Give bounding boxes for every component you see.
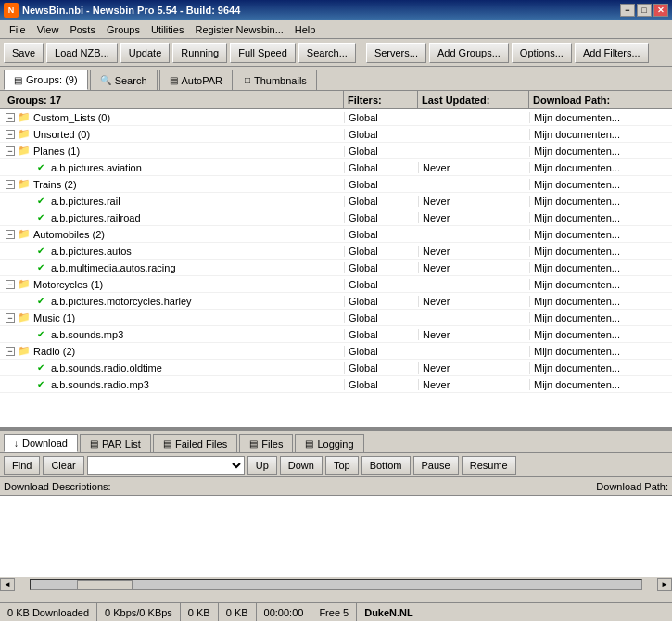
table-row[interactable]: − 📁 Music (1) Global Mijn documenten... — [0, 310, 672, 326]
groups-tree: − 📁 Custom_Lists (0) Global Mijn documen… — [0, 109, 672, 427]
save-button[interactable]: Save — [4, 43, 44, 63]
par-tab-label: PAR List — [102, 438, 141, 450]
active-icon: ✔ — [37, 362, 48, 374]
group-name-cell: ✔ a.b.pictures.aviation — [4, 162, 344, 173]
group-name-cell: − 📁 Automobiles (2) — [4, 228, 344, 240]
group-filters-cell: Global — [344, 112, 418, 123]
add-filters-button[interactable]: Add Filters... — [575, 43, 649, 63]
resume-button[interactable]: Resume — [462, 456, 516, 475]
servers-button[interactable]: Servers... — [366, 43, 426, 63]
active-icon: ✔ — [37, 296, 48, 307]
download-content — [0, 496, 672, 577]
tab-download[interactable]: ↓ Download — [4, 434, 78, 452]
status-downloaded: 0 KB Downloaded — [0, 603, 97, 621]
main-content: Groups: 17 Filters: Last Updated: Downlo… — [0, 91, 672, 429]
search-tab-label: Search — [115, 75, 147, 86]
autopar-tab-icon: ▤ — [170, 75, 178, 85]
full-speed-button[interactable]: Full Speed — [230, 43, 296, 63]
menu-groups[interactable]: Groups — [101, 22, 146, 37]
expand-icon[interactable]: − — [6, 130, 15, 139]
files-tab-label: Files — [261, 438, 283, 450]
bottom-panel: ↓ Download ▤ PAR List ▤ Failed Files ▤ F… — [0, 429, 672, 591]
col-header-filters: Filters: — [344, 91, 418, 108]
table-row[interactable]: ✔ a.b.pictures.rail Global Never Mijn do… — [0, 193, 672, 209]
expand-icon[interactable]: − — [6, 280, 15, 289]
tab-logging[interactable]: ▤ Logging — [295, 434, 363, 452]
table-row[interactable]: ✔ a.b.sounds.radio.mp3 Global Never Mijn… — [0, 376, 672, 393]
menu-file[interactable]: File — [4, 22, 32, 37]
down-button[interactable]: Down — [280, 456, 323, 475]
table-row[interactable]: − 📁 Motorcycles (1) Global Mijn document… — [0, 276, 672, 293]
tab-failed-files[interactable]: ▤ Failed Files — [153, 434, 237, 452]
menu-view[interactable]: View — [32, 22, 65, 37]
update-button[interactable]: Update — [120, 43, 170, 63]
active-icon: ✔ — [37, 262, 48, 273]
title-bar: N NewsBin.nbi - Newsbin Pro 5.54 - Build… — [0, 0, 672, 20]
clear-button[interactable]: Clear — [43, 456, 83, 475]
table-row[interactable]: − 📁 Planes (1) Global Mijn documenten... — [0, 143, 672, 159]
expand-icon[interactable]: − — [6, 347, 15, 356]
tab-par-list[interactable]: ▤ PAR List — [80, 434, 151, 452]
expand-icon[interactable]: − — [6, 313, 15, 323]
running-button[interactable]: Running — [172, 43, 227, 63]
expand-icon[interactable]: − — [6, 113, 15, 122]
search-tab-icon: 🔍 — [100, 75, 111, 85]
maximize-button[interactable]: □ — [637, 4, 652, 17]
expand-icon[interactable]: − — [6, 180, 15, 189]
minimize-button[interactable]: − — [620, 4, 635, 17]
tab-groups[interactable]: ▤ Groups: (9) — [4, 70, 88, 90]
column-headers: Groups: 17 Filters: Last Updated: Downlo… — [0, 91, 672, 109]
table-row[interactable]: − 📁 Custom_Lists (0) Global Mijn documen… — [0, 109, 672, 126]
close-button[interactable]: ✕ — [653, 4, 668, 17]
table-row[interactable]: ✔ a.b.multimedia.autos.racing Global Nev… — [0, 260, 672, 276]
group-name-cell: − 📁 Radio (2) — [4, 345, 344, 357]
groups-tab-icon: ▤ — [14, 75, 22, 85]
status-bar: 0 KB Downloaded 0 Kbps/0 KBps 0 KB 0 KB … — [0, 602, 672, 621]
scroll-left-button[interactable]: ◄ — [0, 578, 15, 591]
table-row[interactable]: − 📁 Automobiles (2) Global Mijn document… — [0, 226, 672, 243]
tab-thumbnails[interactable]: □ Thumbnails — [235, 70, 317, 90]
search-button[interactable]: Search... — [298, 43, 356, 63]
group-name-cell: − 📁 Planes (1) — [4, 145, 344, 157]
table-row[interactable]: ✔ a.b.sounds.mp3 Global Never Mijn docum… — [0, 326, 672, 343]
top-button[interactable]: Top — [325, 456, 359, 475]
up-button[interactable]: Up — [247, 456, 277, 475]
pause-button[interactable]: Pause — [413, 456, 459, 475]
active-icon: ✔ — [37, 196, 48, 207]
table-row[interactable]: ✔ a.b.pictures.aviation Global Never Mij… — [0, 159, 672, 176]
horizontal-scrollbar[interactable]: ◄ ► — [0, 577, 672, 591]
menu-utilities[interactable]: Utilities — [146, 22, 189, 37]
download-path-label: Download Path: — [596, 481, 668, 492]
table-row[interactable]: ✔ a.b.pictures.autos Global Never Mijn d… — [0, 243, 672, 260]
table-row[interactable]: − 📁 Unsorted (0) Global Mijn documenten.… — [0, 126, 672, 143]
folder-icon: 📁 — [18, 128, 31, 140]
scroll-right-button[interactable]: ► — [657, 578, 672, 591]
title-controls[interactable]: − □ ✕ — [620, 4, 668, 17]
table-row[interactable]: ✔ a.b.sounds.radio.oldtime Global Never … — [0, 360, 672, 376]
add-groups-button[interactable]: Add Groups... — [429, 43, 509, 63]
scroll-track[interactable] — [30, 579, 642, 590]
expand-icon[interactable]: − — [6, 230, 15, 239]
expand-icon[interactable]: − — [6, 146, 15, 156]
col-header-download-path: Download Path: — [529, 91, 668, 108]
toolbar-separator — [361, 44, 361, 62]
tab-autopar[interactable]: ▤ AutoPAR — [159, 70, 233, 90]
table-row[interactable]: ✔ a.b.pictures.railroad Global Never Mij… — [0, 209, 672, 226]
table-row[interactable]: − 📁 Trains (2) Global Mijn documenten... — [0, 176, 672, 193]
tab-files[interactable]: ▤ Files — [239, 434, 293, 452]
main-toolbar: Save Load NZB... Update Running Full Spe… — [0, 39, 672, 67]
menu-posts[interactable]: Posts — [64, 22, 101, 37]
find-button[interactable]: Find — [4, 456, 40, 475]
table-row[interactable]: − 📁 Radio (2) Global Mijn documenten... — [0, 343, 672, 360]
tab-search[interactable]: 🔍 Search — [90, 70, 158, 90]
menu-register[interactable]: Register Newsbin... — [189, 22, 288, 37]
menu-bar: File View Posts Groups Utilities Registe… — [0, 20, 672, 39]
load-nzb-button[interactable]: Load NZB... — [46, 43, 118, 63]
scroll-thumb[interactable] — [77, 580, 133, 589]
options-button[interactable]: Options... — [512, 43, 572, 63]
menu-help[interactable]: Help — [289, 22, 322, 37]
col-header-name: Groups: 17 — [4, 91, 344, 108]
bottom-button[interactable]: Bottom — [361, 456, 411, 475]
download-dropdown[interactable] — [87, 456, 245, 475]
table-row[interactable]: ✔ a.b.pictures.motorcycles.harley Global… — [0, 293, 672, 310]
